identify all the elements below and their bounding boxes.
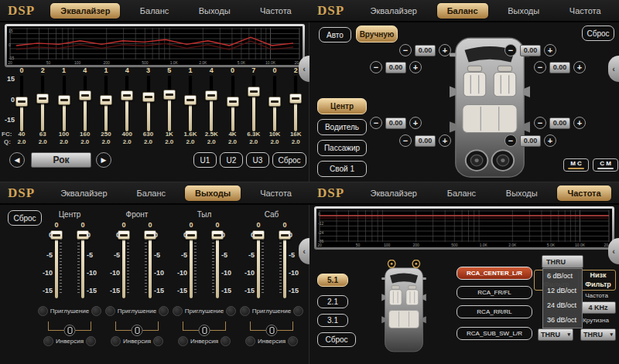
preset-next-button[interactable]: ▶ (96, 152, 111, 168)
tab-equalizer[interactable]: Эквалайзер (361, 185, 427, 201)
eq-band-slider[interactable] (248, 87, 260, 97)
link-button[interactable] (266, 325, 278, 336)
tab-outputs[interactable]: Выходы (498, 3, 549, 19)
slope-select[interactable]: THRU▾ (538, 328, 573, 341)
slope-option[interactable]: 24 dB/oct (543, 298, 582, 313)
outputs-reset-button[interactable]: Сброс (8, 210, 42, 226)
position-button-2[interactable]: Водитель (317, 119, 367, 135)
minus-button[interactable]: − (504, 134, 517, 147)
invert-left-checkbox[interactable] (111, 336, 121, 346)
slope-dropdown-open[interactable]: THRU (542, 255, 583, 268)
tab-outputs[interactable]: Выходы (496, 185, 548, 201)
plus-button[interactable]: + (573, 61, 586, 73)
eq-band-slider[interactable] (205, 90, 217, 100)
edge-handle[interactable]: ‹ (299, 238, 310, 264)
invert-right-checkbox[interactable] (288, 336, 298, 346)
mc-button[interactable]: M C (563, 158, 589, 172)
mode-button-manual[interactable]: Вручную (356, 26, 398, 43)
invert-left-checkbox[interactable] (245, 336, 255, 346)
band-fc-value: 400 (117, 131, 137, 138)
eq-band-slider[interactable] (142, 92, 155, 102)
filter-freq-value[interactable]: 4 KHz (580, 301, 616, 314)
link-button[interactable] (132, 325, 143, 336)
cm-button[interactable]: C M (593, 158, 618, 172)
minus-button[interactable]: − (399, 44, 412, 56)
config-button-3-1[interactable]: 3.1 (317, 314, 348, 327)
mute-left-checkbox[interactable] (240, 306, 250, 316)
plus-button[interactable]: + (409, 61, 422, 73)
minus-button[interactable]: − (534, 61, 546, 73)
eq-band-slider[interactable] (227, 97, 239, 107)
tab-outputs[interactable]: Выходы (185, 185, 241, 201)
slope-option[interactable]: 6 dB/oct (543, 269, 582, 284)
eq-band-slider[interactable] (58, 95, 70, 105)
balance-reset-button[interactable]: Сброс (582, 26, 614, 41)
eq-band-slider[interactable] (121, 90, 133, 100)
eq-band-slider[interactable] (100, 95, 112, 105)
edge-handle[interactable]: ‹ (608, 238, 619, 264)
eq-reset-button[interactable]: Сброс (272, 152, 306, 168)
memory-button-u1[interactable]: U1 (193, 152, 217, 168)
eq-band-slider[interactable] (163, 90, 176, 100)
link-button[interactable] (199, 325, 210, 336)
rca-channel-button[interactable]: RCA_FR/FL (457, 286, 532, 299)
tab-outputs[interactable]: Выходы (189, 3, 241, 19)
minus-button[interactable]: − (370, 117, 382, 129)
position-button-4[interactable]: Свой 1 (317, 161, 367, 177)
slope-option[interactable]: 36 dB/oct (543, 313, 582, 328)
tab-equalizer[interactable]: Эквалайзер (50, 185, 117, 201)
position-button-3[interactable]: Пассажир (317, 140, 367, 156)
eq-band-slider[interactable] (289, 94, 302, 104)
mute-right-checkbox[interactable] (293, 306, 303, 316)
rca-channel-button[interactable]: RCA_CENTER_L/R (457, 267, 532, 280)
plus-button[interactable]: + (544, 44, 556, 56)
plus-button[interactable]: + (544, 134, 556, 147)
tab-frequency[interactable]: Частота (250, 3, 302, 19)
config-button-2-1[interactable]: 2.1 (317, 295, 348, 308)
plus-button[interactable]: + (439, 44, 451, 56)
position-button-1[interactable]: Центр (317, 98, 367, 114)
eq-band-slider[interactable] (79, 90, 91, 100)
rca-channel-button[interactable]: RCA_SUB_SW_L/R (457, 327, 532, 340)
eq-band-slider[interactable] (184, 95, 197, 105)
tab-balance[interactable]: Баланс (437, 185, 486, 201)
mute-left-checkbox[interactable] (38, 306, 48, 316)
config-button-5-1[interactable]: 5.1 (317, 274, 348, 287)
tab-balance[interactable]: Баланс (130, 3, 179, 19)
eq-band-slider[interactable] (268, 97, 281, 107)
rca-channel-button[interactable]: RCA_RR/RL (457, 305, 532, 318)
slider-grip (146, 234, 154, 236)
mute-left-checkbox[interactable] (173, 306, 183, 316)
preset-prev-button[interactable]: ◀ (9, 152, 25, 168)
tab-frequency[interactable]: Частота (557, 185, 610, 201)
invert-left-checkbox[interactable] (43, 336, 53, 346)
band-gain-value: 1 (97, 66, 115, 74)
mute-left-checkbox[interactable] (105, 306, 115, 316)
tab-equalizer[interactable]: Эквалайзер (50, 3, 120, 19)
tab-equalizer[interactable]: Эквалайзер (360, 3, 426, 19)
slope-option[interactable]: 12 dB/oct (543, 284, 582, 298)
memory-button-u3[interactable]: U3 (246, 152, 269, 168)
plus-button[interactable]: + (439, 134, 451, 147)
minus-button[interactable]: − (370, 61, 382, 73)
plus-button[interactable]: + (573, 117, 586, 129)
mode-button-auto[interactable]: Авто (319, 27, 351, 43)
invert-left-checkbox[interactable] (178, 336, 188, 346)
eq-band-slider[interactable] (36, 94, 49, 104)
tab-frequency[interactable]: Частота (559, 3, 611, 19)
edge-handle[interactable]: ‹ (608, 56, 619, 82)
edge-handle[interactable]: ‹ (299, 56, 310, 82)
tab-balance[interactable]: Баланс (437, 3, 488, 19)
tab-frequency[interactable]: Частота (250, 185, 302, 201)
minus-button[interactable]: − (399, 134, 412, 147)
link-button[interactable] (64, 325, 76, 336)
eq-band-slider[interactable] (15, 97, 28, 107)
minus-button[interactable]: − (534, 117, 546, 129)
tab-balance[interactable]: Баланс (127, 185, 176, 201)
memory-button-u2[interactable]: U2 (220, 152, 243, 168)
minus-button[interactable]: − (504, 44, 517, 56)
plus-button[interactable]: + (409, 117, 422, 129)
preset-display[interactable]: Рок (31, 152, 91, 168)
slope-select[interactable]: THRU▾ (580, 328, 616, 341)
freq-reset-button[interactable]: Сброс (317, 332, 356, 347)
